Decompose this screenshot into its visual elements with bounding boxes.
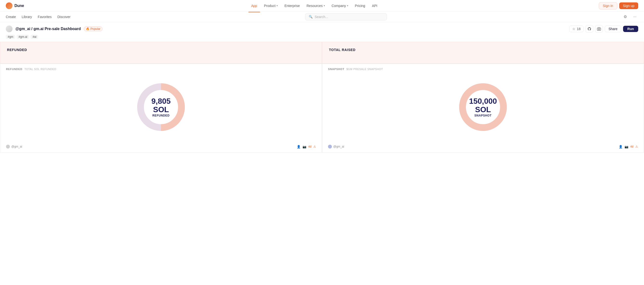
person-icon-1[interactable]: 👤 bbox=[297, 145, 300, 148]
warn-icon-2: ⚠ bbox=[635, 145, 638, 148]
title-row: @gm_ai / gm.ai Pre-sale Dashboard 🔥 Popu… bbox=[0, 22, 644, 34]
donut-center-1: 9,805 SOL REFUNDED bbox=[148, 97, 174, 117]
user-avatar-2 bbox=[328, 145, 332, 148]
tag-gm[interactable]: #gm bbox=[6, 35, 15, 39]
nav-app[interactable]: App bbox=[248, 2, 260, 9]
card-label-2: SNAPSHOT bbox=[328, 68, 344, 70]
nav-right: Sign in Sign up bbox=[599, 2, 638, 10]
donut-chart-1: 9,805 SOL REFUNDED bbox=[134, 81, 188, 134]
fire-icon: 🔥 bbox=[86, 27, 90, 30]
top-card-total-raised: TOTAL RAISED bbox=[322, 42, 644, 64]
svg-point-0 bbox=[598, 28, 600, 30]
top-card-title-refunded: REFUNDED bbox=[7, 48, 27, 52]
card-label-1: REFUNDED bbox=[6, 68, 22, 70]
nav-product[interactable]: Product ▾ bbox=[261, 2, 280, 9]
avatar bbox=[6, 26, 12, 32]
subnav-create[interactable]: Create bbox=[6, 14, 16, 20]
donut-chart-label-2: SNAPSHOT bbox=[469, 114, 497, 117]
title-actions: ☆ 18 Share Run bbox=[569, 25, 638, 33]
card-footer-user-2: @gm_ai bbox=[328, 145, 344, 148]
chevron-down-icon: ▾ bbox=[324, 4, 325, 7]
nav-resources[interactable]: Resources ▾ bbox=[304, 2, 328, 9]
popular-label: Popular bbox=[90, 27, 100, 30]
card-sublabel-2: $GM PRESALE SNAPSHOT bbox=[346, 68, 383, 70]
user-avatar-1 bbox=[6, 145, 10, 148]
search-placeholder: Search... bbox=[314, 15, 328, 19]
sub-nav: Create Library Favorites Discover 🔍 Sear… bbox=[0, 12, 644, 22]
popular-badge: 🔥 Popular bbox=[84, 26, 102, 31]
tags-row: #gm #gm.ai #ai bbox=[0, 34, 644, 42]
card-footer-user-1: @gm_ai bbox=[6, 145, 22, 148]
card-footer-right-2: 👤 📷 4d ⚠ bbox=[619, 145, 638, 148]
donut-chart-label-1: REFUNDED bbox=[148, 114, 174, 117]
user-name-1: @gm_ai bbox=[11, 145, 22, 148]
chevron-down-icon: ▾ bbox=[347, 4, 348, 7]
warn-icon-1: ⚠ bbox=[313, 145, 316, 148]
subnav-discover[interactable]: Discover bbox=[57, 14, 70, 20]
user-name-2: @gm_ai bbox=[333, 145, 344, 148]
more-icon[interactable]: ··· bbox=[632, 14, 638, 20]
subnav-library[interactable]: Library bbox=[22, 14, 32, 20]
top-cards: REFUNDED TOTAL RAISED bbox=[0, 42, 644, 64]
logo-text: Dune bbox=[14, 4, 24, 8]
nav-enterprise[interactable]: Enterprise bbox=[282, 2, 303, 9]
settings-icon[interactable]: ⚙ bbox=[622, 14, 628, 20]
donut-chart-2: 150,000 SOL SNAPSHOT bbox=[456, 81, 510, 134]
camera-footer-icon-2[interactable]: 📷 bbox=[624, 145, 628, 148]
card-label-row-2: SNAPSHOT $GM PRESALE SNAPSHOT bbox=[328, 68, 638, 70]
nav-company[interactable]: Company ▾ bbox=[329, 2, 351, 9]
nav-pricing[interactable]: Pricing bbox=[352, 2, 368, 9]
chart-area-2: 150,000 SOL SNAPSHOT bbox=[328, 72, 638, 142]
nav-center: App Product ▾ Enterprise Resources ▾ Com… bbox=[32, 2, 597, 9]
logo-icon bbox=[6, 2, 12, 9]
donut-number-2: 150,000 SOL bbox=[469, 97, 497, 114]
camera-footer-icon-1[interactable]: 📷 bbox=[302, 145, 306, 148]
logo[interactable]: Dune bbox=[6, 2, 24, 9]
age-badge-1: 4d bbox=[308, 145, 312, 148]
card-sublabel-1: TOTAL SOL REFUNDED bbox=[24, 68, 56, 70]
chart-area-1: 9,805 SOL REFUNDED bbox=[6, 72, 316, 142]
sign-in-button[interactable]: Sign in bbox=[599, 2, 617, 10]
camera-icon[interactable] bbox=[595, 25, 603, 33]
star-count: 18 bbox=[577, 27, 581, 31]
detail-cards: REFUNDED TOTAL SOL REFUNDED 9,805 SOL RE… bbox=[0, 64, 644, 152]
top-card-title-total-raised: TOTAL RAISED bbox=[329, 48, 356, 52]
github-icon[interactable] bbox=[586, 25, 593, 33]
sub-nav-left: Create Library Favorites Discover bbox=[6, 14, 70, 20]
card-label-row-1: REFUNDED TOTAL SOL REFUNDED bbox=[6, 68, 316, 70]
sign-up-button[interactable]: Sign up bbox=[619, 2, 638, 9]
star-icon: ☆ bbox=[572, 27, 576, 31]
share-button[interactable]: Share bbox=[605, 26, 621, 32]
search-wrap: 🔍 Search... bbox=[70, 13, 622, 20]
donut-center-2: 150,000 SOL SNAPSHOT bbox=[469, 97, 497, 117]
card-footer-2: @gm_ai 👤 📷 4d ⚠ bbox=[328, 142, 638, 148]
tag-ai[interactable]: #ai bbox=[30, 35, 38, 39]
run-button[interactable]: Run bbox=[623, 26, 638, 32]
top-nav: Dune App Product ▾ Enterprise Resources … bbox=[0, 0, 644, 12]
page-title: @gm_ai / gm.ai Pre-sale Dashboard bbox=[16, 27, 81, 31]
tag-gmai[interactable]: #gm.ai bbox=[16, 35, 29, 39]
detail-card-refunded: REFUNDED TOTAL SOL REFUNDED 9,805 SOL RE… bbox=[0, 64, 322, 152]
sub-nav-right: ⚙ ··· bbox=[622, 14, 638, 20]
card-footer-1: @gm_ai 👤 📷 4d ⚠ bbox=[6, 142, 316, 148]
age-badge-2: 4d bbox=[630, 145, 634, 148]
detail-card-snapshot: SNAPSHOT $GM PRESALE SNAPSHOT 150,000 SO… bbox=[322, 64, 644, 152]
search-box[interactable]: 🔍 Search... bbox=[305, 13, 387, 20]
star-button[interactable]: ☆ 18 bbox=[569, 26, 584, 32]
person-icon-2[interactable]: 👤 bbox=[619, 145, 622, 148]
card-footer-right-1: 👤 📷 4d ⚠ bbox=[297, 145, 316, 148]
chevron-down-icon: ▾ bbox=[276, 4, 278, 7]
search-icon: 🔍 bbox=[309, 15, 312, 18]
donut-number-1: 9,805 SOL bbox=[148, 97, 174, 114]
nav-api[interactable]: API bbox=[369, 2, 380, 9]
top-card-refunded: REFUNDED bbox=[0, 42, 322, 64]
subnav-favorites[interactable]: Favorites bbox=[38, 14, 52, 20]
